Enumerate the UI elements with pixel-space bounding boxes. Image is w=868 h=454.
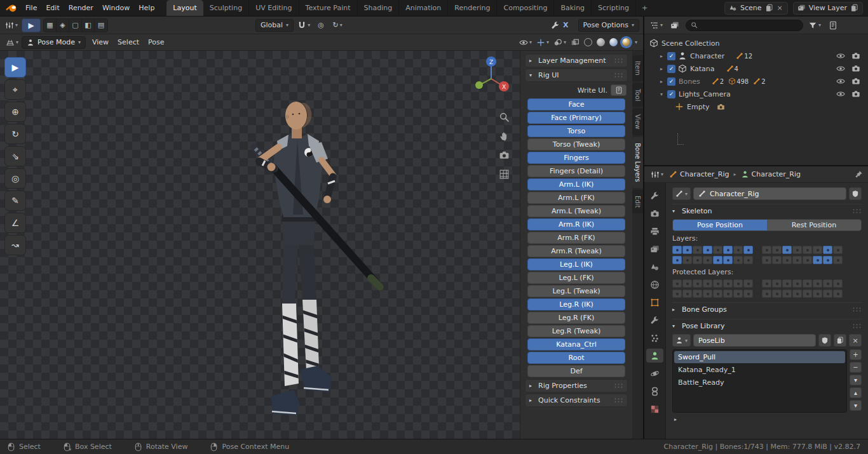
layer-toggle[interactable]: [693, 246, 702, 254]
layer-toggle[interactable]: [733, 256, 743, 264]
viewport-menu-view[interactable]: View: [88, 36, 113, 48]
layer-toggle[interactable]: [782, 256, 792, 264]
poselib-browse-button[interactable]: ▾: [672, 334, 691, 347]
menu-file[interactable]: File: [21, 2, 41, 14]
snap-volume-icon[interactable]: ▤: [95, 19, 107, 32]
panel-grip[interactable]: [852, 307, 862, 312]
outliner-new-collection-button[interactable]: [826, 18, 840, 32]
protected-layer-toggle[interactable]: [823, 290, 832, 298]
layer-toggle[interactable]: [762, 256, 771, 264]
panel-grip[interactable]: [852, 208, 862, 214]
tool-breakdowner[interactable]: ↝: [4, 235, 26, 255]
disclosure-icon[interactable]: ▾: [658, 91, 665, 97]
layer-toggle[interactable]: [823, 256, 832, 264]
protected-layer-toggle[interactable]: [682, 290, 692, 298]
layer-toggle[interactable]: [833, 246, 843, 254]
protected-layer-toggle[interactable]: [672, 290, 682, 298]
snap-toggle-button[interactable]: ▾: [296, 18, 311, 32]
layer-toggle[interactable]: [743, 246, 753, 254]
editor-type-button[interactable]: ▾: [4, 36, 20, 50]
poselib-fake-user-button[interactable]: [818, 334, 831, 347]
hide-eye-icon[interactable]: [836, 51, 845, 60]
panel-grip[interactable]: [614, 58, 623, 63]
menu-help[interactable]: Help: [134, 2, 159, 14]
rig-layer-root[interactable]: Root: [527, 352, 625, 364]
mirror-x-toggle[interactable]: X: [561, 21, 570, 29]
protected-layer-toggle[interactable]: [713, 279, 722, 288]
write-ui-button[interactable]: [611, 84, 627, 96]
rig-layer-face-primary[interactable]: Face (Primary): [527, 112, 625, 124]
rest-position-button[interactable]: Rest Position: [767, 220, 861, 230]
layer-toggle[interactable]: [713, 246, 722, 254]
protected-layer-toggle[interactable]: [743, 279, 753, 288]
viewport-canvas[interactable]: ▶⌖⊕↻⇘◎✎∠↝ Z X: [0, 51, 643, 439]
protected-layer-toggle[interactable]: [813, 290, 822, 298]
properties-tab-world[interactable]: [646, 277, 663, 291]
panel-layer-management[interactable]: ▸ Layer Management: [525, 54, 628, 67]
copy-scene-icon[interactable]: [765, 4, 773, 12]
tool-rotate[interactable]: ↻: [4, 124, 26, 144]
properties-tab-view-layer[interactable]: [646, 242, 663, 256]
layer-toggle[interactable]: [792, 256, 802, 264]
layer-toggle[interactable]: [733, 246, 743, 254]
tool-cursor[interactable]: ⌖: [4, 79, 26, 100]
protected-layer-toggle[interactable]: [782, 279, 792, 288]
gizmo-x-label[interactable]: X: [502, 84, 506, 90]
sidebar-tab-view[interactable]: View: [632, 109, 643, 135]
panel-grip[interactable]: [614, 383, 623, 389]
rig-layer-torso[interactable]: Torso: [527, 125, 625, 137]
rig-layer-arm-l-ik[interactable]: Arm.L (IK): [527, 178, 625, 190]
protected-layer-toggle[interactable]: [743, 290, 753, 298]
outliner-display-mode-button[interactable]: [668, 18, 682, 32]
shading-solid-button[interactable]: [597, 38, 605, 46]
outliner-row-scene-collection[interactable]: Scene Collection: [646, 37, 867, 50]
rig-layer-arm-l-tweak[interactable]: Arm.L (Tweak): [527, 205, 625, 217]
properties-tab-physics[interactable]: [646, 366, 663, 380]
properties-tab-object-data[interactable]: [646, 349, 663, 363]
rig-layer-arm-r-ik[interactable]: Arm.R (IK): [527, 218, 625, 230]
breadcrumb-object[interactable]: Character_Rig: [669, 170, 729, 178]
layer-toggle[interactable]: [672, 256, 682, 264]
outliner-row-lights-camera[interactable]: ▾ ✓ Lights_Camera: [646, 88, 867, 100]
shading-wireframe-button[interactable]: [584, 38, 592, 46]
protected-layer-toggle[interactable]: [672, 279, 682, 288]
snap-increment-icon[interactable]: ▦: [44, 19, 57, 32]
protected-layer-toggle[interactable]: [713, 290, 722, 298]
rig-layer-arm-r-fk[interactable]: Arm.R (FK): [527, 232, 625, 244]
protected-layer-toggle[interactable]: [762, 279, 771, 288]
overlays-toggle[interactable]: ▾: [553, 38, 566, 47]
layer-toggle[interactable]: [743, 256, 753, 264]
rig-layer-leg-l-ik[interactable]: Leg.L (IK): [527, 258, 625, 270]
rig-layer-leg-r-fk[interactable]: Leg.R (FK): [527, 312, 625, 324]
snap-face-icon[interactable]: ◧: [82, 19, 95, 32]
workspace-tab-compositing[interactable]: Compositing: [497, 0, 554, 16]
collection-checkbox[interactable]: ✓: [667, 90, 675, 98]
snap-edge-icon[interactable]: ▢: [69, 19, 82, 32]
proportional-edit-button[interactable]: ◎: [314, 18, 328, 32]
grid-ortho-icon[interactable]: [499, 169, 510, 180]
workspace-tab-sculpting[interactable]: Sculpting: [203, 0, 249, 16]
pose-specials-button[interactable]: ▾: [850, 375, 862, 385]
pose-mirror-group[interactable]: X: [550, 18, 571, 32]
armature-name-field[interactable]: Character_Rig: [693, 187, 846, 200]
sidebar-tab-item[interactable]: Item: [632, 55, 643, 81]
add-pose-button[interactable]: +: [850, 349, 862, 360]
protected-layer-toggle[interactable]: [772, 290, 782, 298]
properties-tab-render[interactable]: [646, 206, 663, 220]
pose-item-katana-ready-1[interactable]: Katana_Ready_1: [674, 364, 845, 376]
view-layer-selector[interactable]: View Layer: [793, 2, 863, 15]
tool-measure[interactable]: ∠: [4, 213, 26, 233]
pose-library-panel-header[interactable]: ▾ Pose Library: [672, 319, 862, 331]
copy-view-layer-icon[interactable]: [850, 4, 858, 12]
protected-layer-toggle[interactable]: [792, 290, 802, 298]
outliner-editor-type-button[interactable]: ▾: [649, 18, 664, 32]
layer-toggle[interactable]: [823, 246, 832, 254]
protected-layer-toggle[interactable]: [703, 279, 712, 288]
pin-icon[interactable]: [855, 170, 863, 178]
xray-toggle[interactable]: [571, 38, 580, 47]
protected-layer-toggle[interactable]: [803, 279, 812, 288]
protected-layer-toggle[interactable]: [792, 279, 802, 288]
panel-rig-ui[interactable]: ▾ Rig UI: [525, 69, 628, 82]
mode-selector[interactable]: Pose Mode ▾: [22, 36, 86, 49]
protected-layer-toggle[interactable]: [772, 279, 782, 288]
